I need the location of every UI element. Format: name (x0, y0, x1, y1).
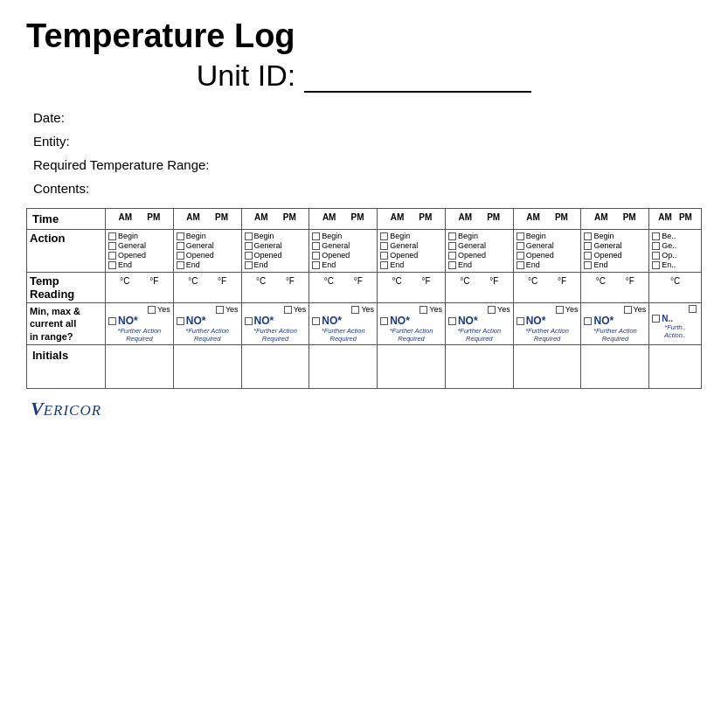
initials-row: Initials (27, 345, 702, 389)
action-col-6: Begin General Opened End (445, 230, 513, 273)
range-col-6: Yes NO* *Further ActionRequired (445, 303, 513, 345)
range-col-8: Yes NO* *Further ActionRequired (581, 303, 649, 345)
action-col-4: Begin General Opened End (309, 230, 378, 273)
action-col-5: Begin General Opened End (378, 230, 446, 273)
action-col-7: Begin General Opened End (513, 230, 581, 273)
action-label: Action (27, 230, 106, 273)
time-row: Time AMPM AMPM AMPM AMPM AMPM AMPM AMPM … (27, 209, 702, 230)
time-ampm-6: AMPM (445, 209, 513, 230)
initials-col-1 (106, 345, 174, 389)
range-col-5: Yes NO* *Further ActionRequired (378, 303, 446, 345)
temp-reading-row: TempReading °C°F °C°F °C°F °C°F °C°F °C°… (27, 273, 702, 303)
range-col-7: Yes NO* *Further ActionRequired (513, 303, 581, 345)
initials-col-2 (173, 345, 241, 389)
temp-col-1: °C°F (106, 273, 174, 303)
action-col-2: Begin General Opened End (173, 230, 241, 273)
temp-col-9: °C (649, 273, 702, 303)
range-col-9: N.. *Furth..Action.. (649, 303, 702, 345)
initials-col-5 (378, 345, 446, 389)
unit-id-line (304, 66, 531, 93)
temp-col-7: °C°F (513, 273, 581, 303)
initials-col-6 (445, 345, 513, 389)
entity-field: Entity: (26, 134, 702, 149)
temp-reading-label: TempReading (27, 273, 106, 303)
in-range-row: Min, max &current allin range? Yes NO* *… (27, 303, 702, 345)
initials-col-8 (581, 345, 649, 389)
temp-col-8: °C°F (581, 273, 649, 303)
initials-col-3 (241, 345, 309, 389)
page-title: Temperature Log (26, 17, 702, 55)
action-col-1: Begin General Opened End (106, 230, 174, 273)
range-col-3: Yes NO* *Further ActionRequired (241, 303, 309, 345)
range-col-2: Yes NO* *Further ActionRequired (173, 303, 241, 345)
action-row: Action Begin General Opened End Begin Ge… (27, 230, 702, 273)
range-col-4: Yes NO* *Further ActionRequired (309, 303, 378, 345)
contents-field: Contents: (26, 181, 702, 196)
time-ampm-9: AMPM (649, 209, 702, 230)
initials-col-4 (309, 345, 378, 389)
vericor-v-icon: V (31, 398, 44, 419)
unit-id-row: Unit ID: (26, 59, 702, 93)
initials-col-7 (513, 345, 581, 389)
time-ampm-3: AMPM (241, 209, 309, 230)
time-ampm-4: AMPM (309, 209, 378, 230)
temp-col-3: °C°F (241, 273, 309, 303)
time-ampm-7: AMPM (513, 209, 581, 230)
log-table: Time AMPM AMPM AMPM AMPM AMPM AMPM AMPM … (26, 208, 702, 389)
action-col-9: Be.. Ge.. Op.. En.. (649, 230, 702, 273)
initials-col-9 (649, 345, 702, 389)
time-ampm-8: AMPM (581, 209, 649, 230)
temp-col-5: °C°F (378, 273, 446, 303)
date-field: Date: (26, 110, 702, 125)
action-col-3: Begin General Opened End (241, 230, 309, 273)
temp-range-field: Required Temperature Range: (26, 157, 702, 172)
action-col-8: Begin General Opened End (581, 230, 649, 273)
temp-col-6: °C°F (445, 273, 513, 303)
time-ampm-5: AMPM (378, 209, 446, 230)
range-col-1: Yes NO* *Further ActionRequired (106, 303, 174, 345)
initials-label: Initials (27, 345, 106, 389)
vericor-text: ERICOR (44, 402, 101, 419)
range-label: Min, max &current allin range? (27, 303, 106, 345)
temp-col-2: °C°F (173, 273, 241, 303)
time-label: Time (27, 209, 106, 230)
time-ampm-1: AMPM (106, 209, 174, 230)
vericor-logo: VERICOR (26, 398, 702, 420)
temp-col-4: °C°F (309, 273, 378, 303)
unit-id-label: Unit ID: (197, 59, 295, 93)
time-ampm-2: AMPM (173, 209, 241, 230)
